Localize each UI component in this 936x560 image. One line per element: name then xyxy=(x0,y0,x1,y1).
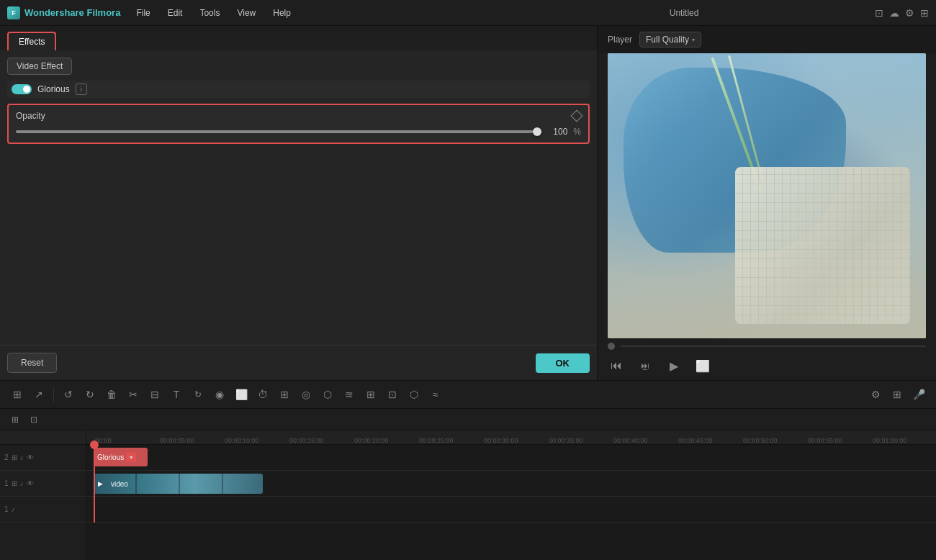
menu-view[interactable]: View xyxy=(230,5,263,21)
toolbar-voice-btn[interactable]: ≈ xyxy=(426,384,446,405)
timeline-ruler: 00:00 00:00:05:00 00:00:10:00 00:00:15:0… xyxy=(86,430,936,445)
toolbar-composite-btn[interactable]: ⊡ xyxy=(382,384,402,405)
slider-thumb[interactable] xyxy=(533,127,541,136)
toolbar-split-btn[interactable]: ⊞ xyxy=(361,384,381,405)
menu-tools[interactable]: Tools xyxy=(192,5,227,21)
toolbar-transform-btn[interactable]: ⊞ xyxy=(274,384,294,405)
effect-toggle[interactable] xyxy=(12,84,32,94)
menu-file[interactable]: File xyxy=(129,5,157,21)
player-header: Player Full Quality ▾ xyxy=(598,26,936,53)
frame-back-button[interactable]: ⏭̲ xyxy=(636,357,654,374)
opacity-slider[interactable] xyxy=(16,130,541,133)
track-eye-icon[interactable]: 👁 xyxy=(27,453,34,461)
track-audio-icon2[interactable]: ♪ xyxy=(20,479,24,487)
playhead-head xyxy=(90,441,99,449)
toolbar-time-btn[interactable]: ⏱ xyxy=(253,384,273,405)
app-name: Wondershare Filmora xyxy=(24,7,120,18)
toolbar-crop-btn[interactable]: ⊟ xyxy=(145,384,165,405)
menu-bar: File Edit Tools View Help xyxy=(129,5,493,21)
logo-icon: F xyxy=(7,6,20,19)
titlebar: F Wondershare Filmora File Edit Tools Vi… xyxy=(0,0,936,26)
ruler-mark-4: 00:00:20:00 xyxy=(353,437,418,444)
track-row-audio xyxy=(86,497,936,523)
progress-bar[interactable] xyxy=(621,346,926,347)
play-button[interactable]: ▶ xyxy=(665,357,683,374)
ruler-marks: 00:00 00:00:05:00 00:00:10:00 00:00:15:0… xyxy=(94,437,936,444)
track-add-icon2[interactable]: ⊞ xyxy=(12,479,17,487)
grid-icon[interactable]: ⊞ xyxy=(920,7,929,19)
menu-edit[interactable]: Edit xyxy=(161,5,190,21)
quality-dropdown[interactable]: Full Quality ▾ xyxy=(639,32,701,48)
settings-icon[interactable]: ⚙ xyxy=(905,7,914,19)
opacity-value[interactable]: 100 xyxy=(547,127,567,137)
step-back-button[interactable]: ⏮ xyxy=(608,357,625,374)
main-area: Effects Video Effect Glorious i Opacity xyxy=(0,26,936,380)
window-controls: ⊡ ☁ ⚙ ⊞ xyxy=(875,7,929,19)
track-music-icon[interactable]: ♪ xyxy=(12,505,15,513)
toolbar-rotate-btn[interactable]: ↻ xyxy=(188,384,208,405)
player-label: Player xyxy=(608,35,632,45)
toolbar-divider-1 xyxy=(53,387,54,402)
panel-content: Video Effect Glorious i Opacity 100 xyxy=(0,50,597,345)
percent-sign: % xyxy=(573,127,581,137)
reset-button[interactable]: Reset xyxy=(7,353,57,373)
toolbar-info-btn[interactable]: ⊞ xyxy=(887,384,907,405)
ruler-mark-12: 00:01:00:00 xyxy=(871,437,936,444)
ruler-mark-10: 00:00:50:00 xyxy=(742,437,806,444)
timeline-tools: ⊞ ⊡ xyxy=(7,412,42,428)
video-vials xyxy=(735,167,910,324)
ruler-mark-7: 00:00:35:00 xyxy=(547,437,612,444)
track-eye-icon2[interactable]: 👁 xyxy=(27,479,34,487)
timeline-tracks: 00:00 00:00:05:00 00:00:10:00 00:00:15:0… xyxy=(86,430,936,560)
heart-badge: ♥ xyxy=(126,452,136,462)
toolbar-delete-btn[interactable]: 🗑 xyxy=(102,384,122,405)
panel-tabs: Effects xyxy=(0,26,597,50)
video-play-icon: ▶ xyxy=(98,480,103,487)
ruler-mark-3: 00:00:15:00 xyxy=(288,437,353,444)
toolbar-audio-btn[interactable]: ≋ xyxy=(339,384,359,405)
toolbar-stabilize-btn[interactable]: ⬡ xyxy=(318,384,338,405)
toolbar-motion-btn[interactable]: ◎ xyxy=(296,384,316,405)
track-audio-icon[interactable]: ♪ xyxy=(20,453,24,461)
tab-effects[interactable]: Effects xyxy=(7,32,56,50)
glorious-clip[interactable]: Glorious ♥ xyxy=(94,448,148,466)
playhead[interactable] xyxy=(94,445,95,523)
toolbar-settings-btn[interactable]: ⚙ xyxy=(865,384,886,405)
opacity-header: Opacity xyxy=(16,111,581,121)
monitor-icon[interactable]: ⊡ xyxy=(875,7,883,19)
toolbar-effect-btn[interactable]: ◉ xyxy=(210,384,230,405)
toolbar-redo-btn[interactable]: ↻ xyxy=(80,384,100,405)
tl-magnet-btn[interactable]: ⊡ xyxy=(26,412,42,428)
toolbar-cut-btn[interactable]: ✂ xyxy=(123,384,143,405)
app-logo: F Wondershare Filmora xyxy=(7,6,120,19)
video-effect-button[interactable]: Video Effect xyxy=(7,58,72,75)
effect-name-label: Glorious xyxy=(37,84,70,94)
toolbar-select-btn[interactable]: ↗ xyxy=(29,384,49,405)
ok-button[interactable]: OK xyxy=(536,353,590,373)
timeline-ruler-wrapper: 2 ⊞ ♪ 👁 1 ⊞ ♪ 👁 1 ♪ 00:00 00:00:05:00 xyxy=(0,430,936,560)
ruler-mark-9: 00:00:45:00 xyxy=(677,437,742,444)
video-clip[interactable]: ▶ video xyxy=(94,474,263,494)
tl-link-btn[interactable]: ⊞ xyxy=(7,412,23,428)
toolbar-mask-btn[interactable]: ⬜ xyxy=(231,384,251,405)
track-label-1: 1 ⊞ ♪ 👁 xyxy=(0,471,86,497)
fullscreen-button[interactable]: ⬜ xyxy=(694,357,711,374)
toolbar-undo-btn[interactable]: ↺ xyxy=(58,384,78,405)
slider-row: 100 % xyxy=(16,127,581,137)
video-frame xyxy=(608,53,926,338)
menu-help[interactable]: Help xyxy=(266,5,298,21)
track-add-icon[interactable]: ⊞ xyxy=(12,453,17,461)
toolbar-color-btn[interactable]: ⬡ xyxy=(404,384,424,405)
toolbar-text-btn[interactable]: T xyxy=(166,384,186,405)
effect-info-icon[interactable]: i xyxy=(76,83,87,95)
cloud-icon[interactable]: ☁ xyxy=(889,7,899,19)
track-label-2: 2 ⊞ ♪ 👁 xyxy=(0,445,86,471)
toolbar-view-btn[interactable]: ⊞ xyxy=(7,384,27,405)
ruler-mark-5: 00:00:25:00 xyxy=(418,437,482,444)
toolbar-mic-btn[interactable]: 🎤 xyxy=(909,384,929,405)
opacity-control: Opacity 100 % xyxy=(7,104,590,144)
keyframe-diamond-icon[interactable] xyxy=(571,110,583,122)
player-panel: Player Full Quality ▾ ⏮ ⏭̲ ▶ ⬜ xyxy=(598,26,936,380)
ruler-mark-11: 00:00:55:00 xyxy=(806,437,871,444)
progress-dot[interactable] xyxy=(608,343,615,350)
